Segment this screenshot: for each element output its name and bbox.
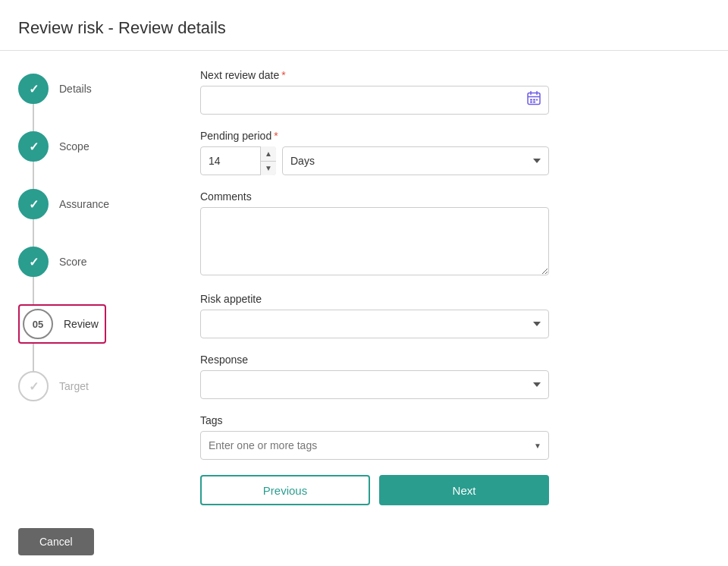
step-item-assurance[interactable]: ✓ Assurance (18, 189, 109, 219)
svg-rect-2 (533, 99, 535, 101)
form-group-comments: Comments (200, 190, 549, 278)
step-label-score: Score (59, 256, 87, 268)
form-group-response: Response (200, 354, 549, 399)
step-circle-score: ✓ (18, 247, 49, 277)
check-icon-assurance: ✓ (29, 197, 39, 212)
label-risk-appetite: Risk appetite (200, 293, 549, 305)
check-icon-target: ✓ (29, 379, 39, 394)
form-group-next-review-date: Next review date* (200, 69, 549, 115)
previous-button[interactable]: Previous (200, 475, 370, 505)
header-divider (0, 50, 728, 51)
step-active-box-review: 05 Review (18, 304, 106, 344)
number-input-wrap: ▲ ▼ (200, 146, 276, 175)
comments-textarea[interactable] (200, 207, 549, 275)
label-response: Response (200, 354, 549, 366)
connector-3 (33, 219, 34, 247)
step-circle-details: ✓ (18, 74, 49, 104)
label-comments: Comments (200, 190, 549, 203)
step-label-assurance: Assurance (59, 198, 109, 210)
svg-rect-5 (533, 102, 535, 103)
check-icon-scope: ✓ (29, 140, 39, 154)
stepper: ✓ Details ✓ Scope ✓ Assurance ✓ Score (18, 66, 170, 505)
next-button[interactable]: Next (379, 475, 549, 505)
form-group-risk-appetite: Risk appetite (200, 293, 549, 338)
step-circle-target: ✓ (18, 371, 49, 401)
page-header: Review risk - Review details (0, 0, 728, 50)
form-area: Next review date* (200, 66, 549, 505)
decrement-button[interactable]: ▼ (261, 162, 276, 176)
step-number-review: 05 (33, 319, 43, 330)
svg-rect-3 (536, 99, 538, 101)
period-unit-select[interactable]: Days Weeks Months (282, 146, 549, 175)
check-icon-details: ✓ (29, 82, 39, 96)
connector-1 (33, 104, 34, 131)
required-star-period: * (274, 130, 278, 142)
calendar-icon[interactable] (526, 91, 541, 110)
step-circle-assurance: ✓ (18, 189, 49, 219)
form-group-tags: Tags ▼ (200, 414, 549, 460)
step-label-target: Target (59, 380, 89, 392)
step-label-details: Details (59, 83, 92, 95)
step-item-score[interactable]: ✓ Score (18, 247, 87, 277)
connector-5 (33, 344, 34, 371)
response-select[interactable] (200, 370, 549, 399)
connector-4 (33, 277, 34, 304)
svg-rect-1 (530, 99, 532, 101)
tags-input[interactable] (200, 431, 549, 460)
cancel-section: Cancel (0, 513, 728, 566)
risk-appetite-select[interactable] (200, 310, 549, 338)
svg-rect-4 (530, 102, 532, 103)
form-group-pending-period: Pending period* ▲ ▼ Days Weeks Months (200, 130, 549, 175)
date-input-wrap (200, 86, 549, 115)
label-next-review-date: Next review date* (200, 69, 549, 81)
main-layout: ✓ Details ✓ Scope ✓ Assurance ✓ Score (0, 66, 728, 505)
tags-input-wrap: ▼ (200, 431, 549, 460)
page-title: Review risk - Review details (18, 18, 710, 38)
step-item-details[interactable]: ✓ Details (18, 74, 92, 104)
next-review-date-input[interactable] (200, 86, 549, 115)
label-tags: Tags (200, 414, 549, 426)
pending-period-row: ▲ ▼ Days Weeks Months (200, 146, 549, 175)
step-item-scope[interactable]: ✓ Scope (18, 131, 89, 162)
required-star-date: * (281, 69, 285, 81)
check-icon-score: ✓ (29, 255, 39, 269)
stepper-buttons: ▲ ▼ (260, 146, 276, 175)
step-label-scope: Scope (59, 140, 89, 153)
step-label-review: Review (64, 318, 99, 330)
step-circle-scope: ✓ (18, 131, 49, 162)
step-circle-review: 05 (23, 309, 53, 339)
increment-button[interactable]: ▲ (261, 146, 276, 162)
connector-2 (33, 162, 34, 189)
cancel-button[interactable]: Cancel (18, 528, 94, 555)
label-pending-period: Pending period* (200, 130, 549, 142)
step-item-target[interactable]: ✓ Target (18, 371, 89, 401)
button-row: Previous Next (200, 475, 549, 505)
